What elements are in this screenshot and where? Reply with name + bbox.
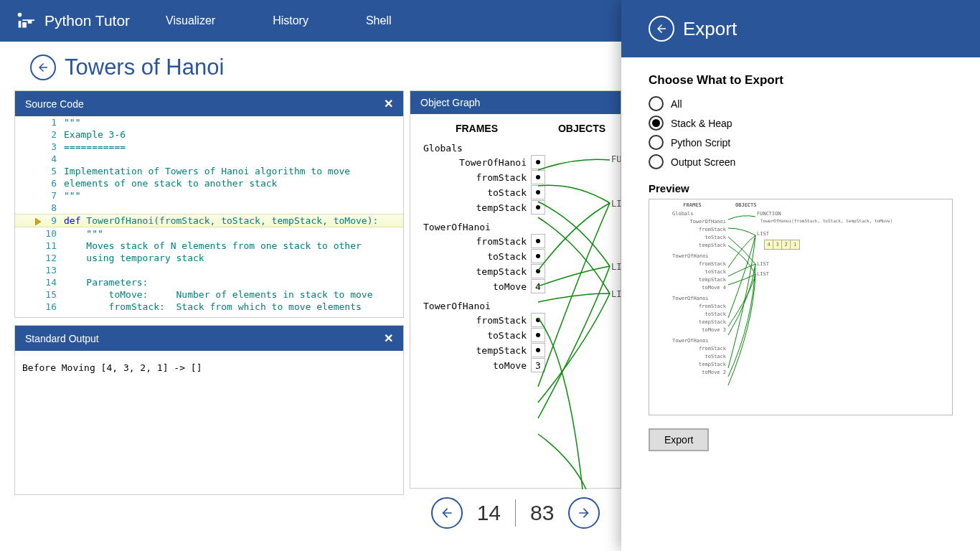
code-line: 13	[15, 264, 403, 276]
pv-function-sig: TowerOfHanoi(fromStack, toStack, tempSta…	[760, 218, 892, 223]
frame-var: toStack	[423, 249, 545, 263]
pv-frame: GlobalsTowerOfHanoifromStacktoStacktempS…	[672, 210, 952, 250]
source-title: Source Code	[25, 98, 84, 110]
back-button[interactable]	[30, 55, 56, 80]
step-total: 83	[530, 501, 554, 525]
pv-list-values: 4 3 2 1	[764, 240, 800, 250]
source-panel: Source Code ✕ 1"""2Example 3-63=========…	[14, 90, 404, 318]
obj-list-1: LIST	[611, 199, 621, 209]
obj-list-3: LIST	[611, 289, 621, 299]
current-line-arrow-icon	[35, 216, 42, 228]
export-header: Export	[621, 0, 980, 57]
code-line: 12 using temporary stack	[15, 252, 403, 264]
code-line: 16 fromStack: Stack from which to move e…	[15, 301, 403, 313]
objects-header: OBJECTS	[543, 123, 621, 134]
frame-var: tempStack	[423, 264, 545, 278]
page-title: Towers of Hanoi	[65, 55, 224, 80]
code-line: 6elements of one stack to another stack	[15, 177, 403, 189]
pv-frame: TowerOfHanoifromStacktoStacktempStacktoM…	[672, 337, 952, 377]
code-line: 11 Moves stack of N elements from one st…	[15, 240, 403, 252]
tutor-icon	[14, 10, 36, 32]
frame-var: toMove3	[423, 358, 545, 372]
obj-function: FUNCTION	[611, 154, 621, 164]
arrow-left-icon	[655, 22, 668, 35]
frame-var: fromStack	[423, 170, 545, 184]
arrow-left-icon	[440, 506, 454, 520]
arrow-right-icon	[577, 506, 591, 520]
pv-list-label-3: LIST	[757, 271, 769, 277]
export-button[interactable]: Export	[649, 428, 709, 451]
graph-panel: Object Graph FRAMES OBJECTS GlobalsTower…	[410, 90, 621, 489]
pv-list-label-1: LIST	[757, 231, 769, 237]
graph-body[interactable]: FRAMES OBJECTS GlobalsTowerOfHanoifromSt…	[410, 114, 621, 489]
nav-shell[interactable]: Shell	[366, 14, 392, 27]
code-line: 15 toMove: Number of elements in stack t…	[15, 288, 403, 301]
code-line: 3===========	[15, 141, 403, 153]
pv-frame: TowerOfHanoifromStacktoStacktempStacktoM…	[672, 253, 952, 292]
output-body: Before Moving [4, 3, 2, 1] -> []	[15, 351, 403, 494]
code-line: 8	[15, 202, 403, 214]
app-title: Python Tutor	[44, 12, 130, 29]
close-source-button[interactable]: ✕	[384, 97, 393, 110]
frame-title: TowerOfHanoi	[423, 222, 621, 232]
code-line: 14 Parameters:	[15, 276, 403, 288]
code-line: 5Implementation of Towers of Hanoi algor…	[15, 165, 403, 177]
export-choose-label: Choose What to Export	[649, 73, 953, 88]
frame-var: fromStack	[423, 313, 545, 327]
obj-list-2: LIST	[611, 262, 621, 272]
step-prev-button[interactable]	[431, 497, 463, 529]
output-title: Standard Output	[25, 333, 99, 344]
step-current: 14	[477, 501, 501, 525]
step-divider	[515, 499, 516, 527]
frame-var: tempStack	[423, 200, 545, 215]
step-next-button[interactable]	[568, 497, 600, 529]
pv-frame: TowerOfHanoifromStacktoStacktempStacktoM…	[672, 295, 952, 334]
nav-visualizer[interactable]: Visualizer	[166, 14, 215, 27]
code-line: 2Example 3-6	[15, 128, 403, 141]
radio-output-screen[interactable]: Output Screen	[649, 154, 953, 169]
frame-block: TowerOfHanoifromStacktoStacktempStacktoM…	[423, 301, 621, 372]
source-header: Source Code ✕	[15, 91, 403, 116]
frame-title: Globals	[423, 143, 621, 154]
frame-var: tempStack	[423, 343, 545, 357]
pv-list-label-2: LIST	[757, 261, 769, 267]
radio-python-script[interactable]: Python Script	[649, 135, 953, 150]
frame-var: toStack	[423, 328, 545, 342]
radio-stack-heap[interactable]: Stack & Heap	[649, 116, 953, 131]
graph-header: Object Graph	[410, 91, 621, 114]
frame-block: TowerOfHanoifromStacktoStacktempStacktoM…	[423, 222, 621, 293]
app-logo: Python Tutor	[14, 10, 130, 32]
step-controls: 14 83	[410, 497, 621, 529]
export-flyout: Export Choose What to Export All Stack &…	[621, 0, 980, 551]
output-header: Standard Output ✕	[15, 326, 403, 351]
pv-frames-header: FRAMES	[649, 202, 735, 208]
pv-objects-header: OBJECTS	[735, 202, 952, 208]
output-panel: Standard Output ✕ Before Moving [4, 3, 2…	[14, 325, 404, 495]
preview-box: FRAMES OBJECTS GlobalsTowerOfHanoifromSt…	[649, 199, 953, 415]
export-title: Export	[683, 18, 737, 40]
radio-all[interactable]: All	[649, 96, 953, 111]
frame-var: fromStack	[423, 234, 545, 248]
code-line: 10 """	[15, 227, 403, 240]
code-line: 4	[15, 153, 403, 165]
frames-header: FRAMES	[410, 123, 543, 134]
frame-block: GlobalsTowerOfHanoifromStacktoStacktempS…	[423, 143, 621, 215]
source-body[interactable]: 1"""2Example 3-63===========45Implementa…	[15, 116, 403, 317]
code-line: 1"""	[15, 116, 403, 128]
preview-label: Preview	[649, 182, 953, 194]
frame-var: toMove4	[423, 279, 545, 293]
export-back-button[interactable]	[649, 16, 674, 42]
close-output-button[interactable]: ✕	[384, 331, 393, 345]
frame-title: TowerOfHanoi	[423, 301, 621, 311]
graph-title: Object Graph	[420, 97, 480, 108]
code-line: 9def TowerOfHanoi(fromStack, toStack, te…	[15, 214, 403, 227]
pv-function-label: FUNCTION	[757, 211, 781, 217]
code-line: 7"""	[15, 189, 403, 202]
arrow-left-icon	[37, 61, 50, 74]
frame-var: TowerOfHanoi	[423, 155, 545, 169]
frame-var: toStack	[423, 185, 545, 199]
nav-history[interactable]: History	[273, 14, 308, 27]
